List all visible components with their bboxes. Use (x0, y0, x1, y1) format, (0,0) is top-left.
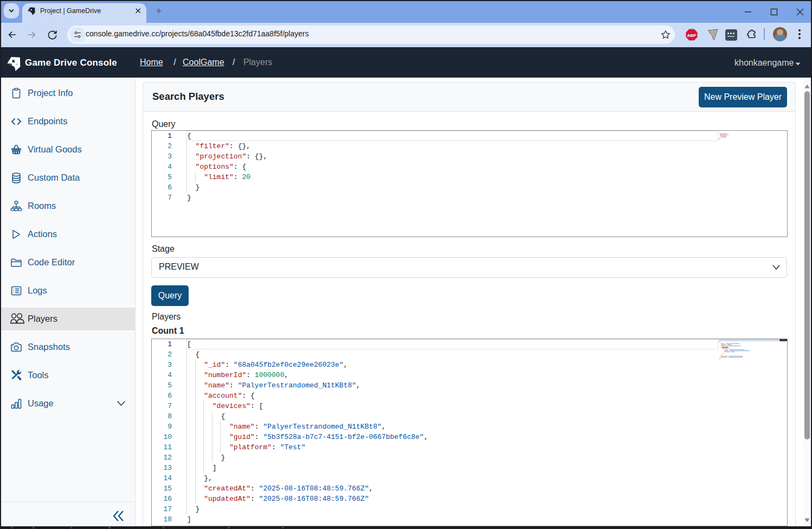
svg-text:ABP: ABP (687, 33, 697, 38)
